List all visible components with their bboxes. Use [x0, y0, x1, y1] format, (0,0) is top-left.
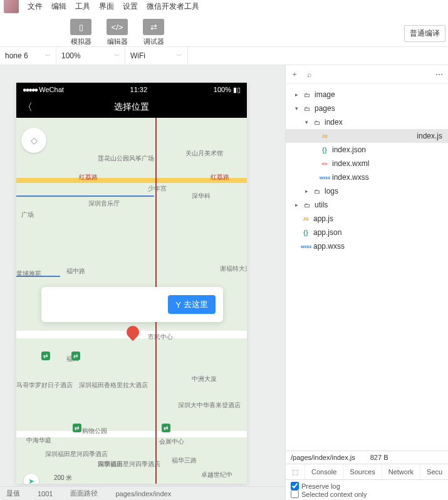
avatar[interactable] — [4, 0, 19, 13]
folder-image[interactable]: ▸🗀image — [286, 88, 448, 102]
editor-button[interactable]: </> 编辑器 — [99, 19, 135, 46]
poi-label: 莲花山公园风筝广场 — [98, 154, 154, 163]
toolbar: ▯ 模拟器 </> 编辑器 ⇄ 调试器 普通编译 — [0, 13, 448, 46]
poi-label: 卓越世纪中 — [201, 471, 232, 479]
debug-panel: /pages/index/index.js827 B ⬚ Console Sou… — [286, 451, 448, 500]
folder-icon: 🗀 — [302, 91, 312, 98]
footer-path: pages/index/index — [115, 490, 171, 497]
footer-label: 面面路径 — [70, 489, 98, 498]
file-tree: ▸🗀image ▾🗀pages ▾🗀index JSindex.js {}ind… — [286, 84, 448, 451]
phone-icon: ▯ — [70, 19, 91, 35]
tab-console[interactable]: Console — [305, 464, 343, 479]
poi-label: 深圳大中华喜来登酒店 — [178, 401, 241, 410]
sim-footer: 显值 1001 面面路径 pages/index/index — [0, 486, 285, 500]
file-app-json[interactable]: {}app.json — [286, 226, 448, 239]
tab-security[interactable]: Secu — [420, 464, 448, 479]
footer-label: 显值 — [6, 489, 20, 498]
map-view[interactable]: ◇ 红荔路 红荔路 少年宫 市民中心 会展中心 购物公园 福田 深圳音乐厅 莲花… — [16, 118, 247, 484]
poi-label: 会展中心 — [159, 437, 184, 446]
simulator-panel: ●●●●● WeChat 11:32 100% ▮▯ 〈 选择位置 ◇ 红荔路 … — [0, 65, 285, 500]
metro-icon: ⇄ — [73, 424, 81, 432]
folder-icon: 🗀 — [302, 105, 312, 112]
poi-label: 福中路 — [66, 267, 85, 276]
tab-sources[interactable]: Sources — [343, 464, 382, 479]
zoom-select[interactable]: 100%﹀ — [56, 47, 125, 65]
road-label: 红荔路 — [79, 173, 98, 182]
file-app-js[interactable]: JSapp.js — [286, 212, 448, 226]
page-header: 〈 选择位置 — [16, 96, 247, 118]
phone-frame: ●●●●● WeChat 11:32 100% ▮▯ 〈 选择位置 ◇ 红荔路 … — [16, 83, 247, 484]
debugger-button[interactable]: ⇄ 调试器 — [135, 19, 172, 46]
poi-label: 购物公园 — [82, 427, 107, 435]
context-only-check[interactable]: Selected context only — [291, 490, 443, 498]
file-index-wxss[interactable]: wxssindex.wxss — [286, 170, 448, 184]
code-icon: </> — [107, 19, 128, 35]
explorer-panel: ＋ ⌕ ⋯ ▸🗀image ▾🗀pages ▾🗀index JSindex.js… — [285, 65, 448, 500]
metro-icon: ⇄ — [41, 352, 50, 360]
poi-label: 黄埔雅苑 — [16, 269, 41, 278]
battery: 100% ▮▯ — [214, 86, 241, 94]
poi-label: 中海华庭 — [26, 436, 51, 445]
poi-label: 深圳福田星河四季酒店 — [45, 450, 108, 459]
tab-network[interactable]: Network — [382, 464, 420, 479]
carrier: ●●●●● WeChat — [23, 86, 64, 93]
poi-label: 少年宫 — [148, 184, 167, 193]
explorer-toolbar: ＋ ⌕ ⋯ — [286, 65, 448, 84]
poi-label: 深圳音乐厅 — [88, 199, 120, 208]
poi-label: 广场 — [21, 211, 34, 219]
chevron-down-icon: ﹀ — [177, 52, 182, 60]
devtools-tabs: ⬚ Console Sources Network Secu — [286, 464, 448, 480]
more-icon[interactable]: ⋯ — [435, 70, 443, 79]
network-select[interactable]: WiFi﹀ — [125, 47, 188, 65]
status-bar: ●●●●● WeChat 11:32 100% ▮▯ — [16, 83, 247, 96]
back-icon[interactable]: 〈 — [23, 101, 33, 114]
folder-pages[interactable]: ▾🗀pages — [286, 102, 448, 115]
poi-label: 福华三路 — [172, 456, 197, 465]
folder-utils[interactable]: ▸🗀utils — [286, 198, 448, 212]
location-card: Y去这里 — [41, 287, 223, 322]
route-icon: Y — [175, 300, 181, 310]
menu-file[interactable]: 文件 — [28, 1, 43, 12]
file-app-wxss[interactable]: wxssapp.wxss — [286, 239, 448, 253]
folder-icon: 🗀 — [302, 202, 312, 209]
poi-label: 市民中心 — [148, 333, 173, 341]
js-icon: JS — [301, 216, 311, 222]
map-pin-icon — [127, 326, 139, 343]
menu-edit[interactable]: 编辑 — [51, 1, 66, 12]
poi-label: 关山月美术馆 — [185, 149, 223, 158]
folder-index[interactable]: ▾🗀index — [286, 115, 448, 129]
poi-label: 深圳福田香格里拉大酒店 — [79, 381, 148, 390]
wxss-icon: wxss — [301, 244, 311, 249]
preserve-log-check[interactable]: Preserve log — [291, 482, 443, 490]
debug-icon: ⇄ — [143, 19, 164, 35]
wxml-icon: <> — [320, 161, 330, 167]
json-icon: {} — [320, 147, 330, 154]
compile-button[interactable]: 普通编译 — [404, 25, 445, 42]
footer-value: 1001 — [38, 490, 53, 497]
menu-settings[interactable]: 设置 — [123, 1, 138, 12]
inspect-icon[interactable]: ⬚ — [286, 464, 305, 479]
file-size: 827 B — [370, 454, 388, 461]
menu-ui[interactable]: 界面 — [99, 1, 114, 12]
file-index-js[interactable]: JSindex.js — [286, 129, 448, 143]
poi-label: 深华科 — [192, 192, 211, 201]
device-select[interactable]: hone 6﹀ — [0, 47, 56, 65]
search-icon[interactable]: ⌕ — [307, 70, 311, 79]
page-title: 选择位置 — [114, 102, 149, 113]
poi-label: 中洲大厦 — [192, 375, 217, 383]
js-icon: JS — [320, 133, 330, 139]
file-index-wxml[interactable]: <>index.wxml — [286, 157, 448, 170]
locate-button[interactable]: ➤ — [24, 474, 39, 484]
file-index-json[interactable]: {}index.json — [286, 143, 448, 157]
folder-icon: 🗀 — [312, 119, 322, 126]
compass-control[interactable]: ◇ — [21, 128, 46, 153]
add-icon[interactable]: ＋ — [291, 69, 298, 80]
menu-wechat-dev[interactable]: 微信开发者工具 — [147, 1, 199, 12]
map-scale: 200 米 — [54, 474, 72, 482]
metro-icon: ⇄ — [71, 352, 80, 360]
go-here-button[interactable]: Y去这里 — [168, 295, 216, 314]
simulator-button[interactable]: ▯ 模拟器 — [63, 19, 99, 46]
folder-logs[interactable]: ▸🗀logs — [286, 184, 448, 198]
time: 11:32 — [130, 86, 148, 93]
menu-tools[interactable]: 工具 — [75, 1, 90, 12]
